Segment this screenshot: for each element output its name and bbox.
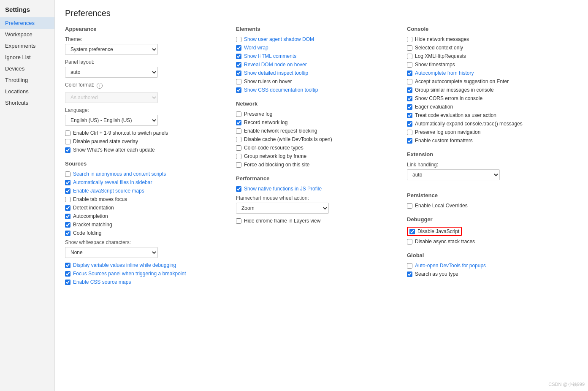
- cb-auto-open-label[interactable]: Auto-open DevTools for popups: [415, 263, 486, 269]
- cb-cors-errors-input[interactable]: [407, 96, 412, 101]
- cb-network-blocking-input[interactable]: [236, 128, 241, 134]
- cb-reveal-files-input[interactable]: [65, 180, 70, 185]
- cb-treat-code-input[interactable]: [407, 113, 412, 118]
- cb-detect-indent-label[interactable]: Detect indentation: [73, 205, 114, 211]
- cb-color-code-input[interactable]: [236, 145, 241, 151]
- cb-code-folding-label[interactable]: Code folding: [73, 230, 101, 236]
- cb-word-wrap-label[interactable]: Word wrap: [244, 45, 268, 51]
- cb-disable-js-label[interactable]: Disable JavaScript: [417, 228, 459, 234]
- cb-treat-code-label[interactable]: Treat code evaluation as user action: [415, 112, 496, 118]
- cb-bracket-matching-input[interactable]: [65, 222, 70, 228]
- checkbox-disable-paused-label[interactable]: Disable paused state overlay: [73, 138, 138, 144]
- sidebar-item-preferences[interactable]: Preferences: [0, 17, 54, 29]
- cb-detect-indent-input[interactable]: [65, 205, 70, 211]
- cb-eager-eval-label[interactable]: Eager evaluation: [415, 104, 453, 110]
- cb-preserve-log-label[interactable]: Preserve log: [244, 111, 272, 117]
- sidebar-item-ignorelist[interactable]: Ignore List: [0, 52, 54, 63]
- cb-disable-js-input[interactable]: [409, 229, 415, 234]
- cb-preserve-nav-input[interactable]: [407, 130, 412, 135]
- cb-log-xhr-label[interactable]: Log XMLHttpRequests: [415, 53, 466, 59]
- cb-display-vars-label[interactable]: Display variable values inline while deb…: [73, 262, 176, 268]
- cb-hide-network-label[interactable]: Hide network messages: [415, 36, 469, 42]
- cb-anon-scripts-label[interactable]: Search in anonymous and content scripts: [73, 171, 166, 177]
- cb-record-network-label[interactable]: Record network log: [244, 119, 287, 125]
- cb-css-maps-input[interactable]: [65, 280, 70, 285]
- cb-native-funcs-input[interactable]: [236, 186, 241, 192]
- cb-preserve-nav-label[interactable]: Preserve log upon navigation: [415, 129, 480, 135]
- cb-reveal-files-label[interactable]: Automatically reveal files in sidebar: [73, 179, 152, 185]
- cb-local-overrides-label[interactable]: Enable Local Overrides: [415, 203, 468, 209]
- cb-inspect-tooltip-input[interactable]: [236, 71, 241, 76]
- language-select[interactable]: English (US) - English (US): [65, 115, 158, 126]
- checkbox-disable-paused-input[interactable]: [65, 139, 70, 144]
- panel-layout-select[interactable]: auto horizontal vertical: [65, 67, 158, 78]
- cb-focus-sources-input[interactable]: [65, 271, 70, 277]
- cb-reveal-dom-input[interactable]: [236, 62, 241, 68]
- cb-color-code-label[interactable]: Color-code resource types: [244, 145, 303, 151]
- cb-hide-network-input[interactable]: [407, 37, 412, 42]
- cb-accept-autocomplete-input[interactable]: [407, 79, 412, 84]
- checkbox-whats-new-label[interactable]: Show What's New after each update: [73, 147, 155, 153]
- color-format-select[interactable]: As authored: [65, 92, 158, 103]
- link-handling-select[interactable]: auto: [407, 169, 500, 180]
- cb-disable-async-input[interactable]: [407, 239, 412, 244]
- sidebar-item-devices[interactable]: Devices: [0, 63, 54, 74]
- sidebar-item-throttling[interactable]: Throttling: [0, 74, 54, 86]
- checkbox-whats-new-input[interactable]: [65, 147, 70, 153]
- cb-force-ad-label[interactable]: Force ad blocking on this site: [244, 162, 309, 168]
- cb-group-network-input[interactable]: [236, 154, 241, 159]
- cb-css-docs-input[interactable]: [236, 87, 241, 93]
- cb-anon-scripts-input[interactable]: [65, 171, 70, 177]
- cb-autocomplete-history-input[interactable]: [407, 71, 412, 76]
- cb-bracket-matching-label[interactable]: Bracket matching: [73, 222, 112, 228]
- checkbox-ctrl-switch-label[interactable]: Enable Ctrl + 1-9 shortcut to switch pan…: [73, 130, 168, 136]
- sidebar-item-workspace[interactable]: Workspace: [0, 29, 54, 40]
- cb-expand-trace-input[interactable]: [407, 121, 412, 127]
- cb-eager-eval-input[interactable]: [407, 104, 412, 110]
- cb-force-ad-input[interactable]: [236, 162, 241, 168]
- sidebar-item-experiments[interactable]: Experiments: [0, 40, 54, 52]
- cb-rulers-input[interactable]: [236, 79, 241, 84]
- cb-accept-autocomplete-label[interactable]: Accept autocomplete suggestion on Enter: [415, 79, 509, 84]
- cb-custom-formatters-input[interactable]: [407, 138, 412, 144]
- cb-selected-ctx-input[interactable]: [407, 45, 412, 51]
- cb-js-maps-input[interactable]: [65, 188, 70, 194]
- cb-cors-errors-label[interactable]: Show CORS errors in console: [415, 95, 482, 101]
- cb-timestamps-input[interactable]: [407, 62, 412, 68]
- cb-word-wrap-input[interactable]: [236, 45, 241, 51]
- cb-reveal-dom-label[interactable]: Reveal DOM node on hover: [244, 62, 307, 68]
- cb-autocompletion-input[interactable]: [65, 214, 70, 219]
- cb-code-folding-input[interactable]: [65, 231, 70, 236]
- cb-display-vars-input[interactable]: [65, 263, 70, 268]
- cb-preserve-log-input[interactable]: [236, 111, 241, 117]
- flamechart-select[interactable]: Zoom Scroll: [236, 203, 329, 214]
- cb-autocomplete-history-label[interactable]: Autocomplete from history: [415, 70, 474, 76]
- cb-expand-trace-label[interactable]: Automatically expand console.trace() mes…: [415, 121, 523, 127]
- cb-group-similar-label[interactable]: Group similar messages in console: [415, 87, 494, 93]
- checkbox-ctrl-switch-input[interactable]: [65, 130, 70, 136]
- theme-select[interactable]: System preference Light Dark: [65, 44, 158, 55]
- cb-inspect-tooltip-label[interactable]: Show detailed inspect tooltip: [244, 70, 308, 76]
- cb-hide-chrome-input[interactable]: [236, 218, 241, 224]
- cb-selected-ctx-label[interactable]: Selected context only: [415, 45, 463, 51]
- cb-css-maps-label[interactable]: Enable CSS source maps: [73, 279, 131, 285]
- cb-shadow-dom-label[interactable]: Show user agent shadow DOM: [244, 36, 314, 42]
- cb-timestamps-label[interactable]: Show timestamps: [415, 62, 455, 68]
- cb-record-network-input[interactable]: [236, 120, 241, 125]
- cb-search-type-input[interactable]: [407, 272, 412, 277]
- cb-network-blocking-label[interactable]: Enable network request blocking: [244, 128, 317, 134]
- cb-js-maps-label[interactable]: Enable JavaScript source maps: [73, 188, 144, 194]
- whitespace-select[interactable]: None All Trailing: [65, 247, 158, 258]
- cb-group-network-label[interactable]: Group network log by frame: [244, 153, 306, 159]
- cb-log-xhr-input[interactable]: [407, 54, 412, 59]
- cb-disable-async-label[interactable]: Disable async stack traces: [415, 239, 475, 244]
- cb-html-comments-input[interactable]: [236, 54, 241, 59]
- cb-shadow-dom-input[interactable]: [236, 37, 241, 42]
- cb-group-similar-input[interactable]: [407, 87, 412, 93]
- cb-html-comments-label[interactable]: Show HTML comments: [244, 53, 296, 59]
- cb-focus-sources-label[interactable]: Focus Sources panel when triggering a br…: [73, 271, 186, 277]
- cb-rulers-label[interactable]: Show rulers on hover: [244, 79, 292, 84]
- cb-local-overrides-input[interactable]: [407, 203, 412, 209]
- cb-disable-cache-label[interactable]: Disable cache (while DevTools is open): [244, 136, 332, 142]
- cb-custom-formatters-label[interactable]: Enable custom formatters: [415, 138, 473, 144]
